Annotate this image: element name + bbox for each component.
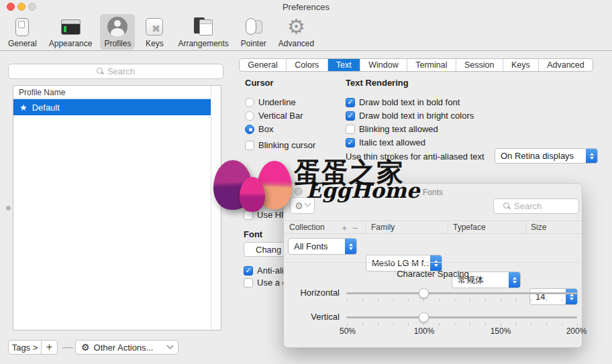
default-star-icon: ★ xyxy=(19,103,28,113)
keys-command-icon: ⌘ xyxy=(143,16,166,38)
toolbar-item-keys[interactable]: ⌘ Keys xyxy=(139,14,170,50)
column-divider xyxy=(448,223,448,233)
fonts-panel-close-button[interactable] xyxy=(294,187,303,196)
profile-list-scrollbar[interactable] xyxy=(211,86,221,330)
toolbar-label: Keys xyxy=(146,39,164,48)
radio-label: Box xyxy=(258,124,273,134)
font-heading: Font xyxy=(244,229,262,239)
checkbox-checked-icon xyxy=(346,111,355,121)
fonts-search-placeholder: Search xyxy=(514,201,542,211)
search-icon xyxy=(97,68,104,75)
toolbar-label: Profiles xyxy=(104,39,131,48)
size-column-header: Size xyxy=(531,223,546,232)
size-select[interactable]: 14 xyxy=(529,288,578,305)
checkbox-blinking-text[interactable]: Blinking text allowed xyxy=(346,124,438,134)
toolbar-item-pointer[interactable]: Pointer xyxy=(237,14,270,50)
fonts-search-input[interactable]: Search xyxy=(493,198,579,214)
collection-column-header: Collection xyxy=(289,223,325,232)
toolbar-item-profiles[interactable]: Profiles xyxy=(100,14,135,50)
pane-splitter-dot[interactable] xyxy=(6,206,11,210)
fonts-actions-dropdown[interactable]: ⚙ xyxy=(290,197,315,214)
tab-general[interactable]: General xyxy=(240,59,287,71)
toolbar-item-appearance[interactable]: Appearance xyxy=(45,14,97,50)
checkbox-italic-text[interactable]: Italic text allowed xyxy=(346,137,425,147)
toolbar-label: General xyxy=(8,39,37,48)
toolbar-item-general[interactable]: General xyxy=(4,14,41,50)
horizontal-slider-thumb[interactable] xyxy=(419,288,429,298)
checkbox-label: Treat a xyxy=(257,195,285,205)
scale-label-200: 200% xyxy=(566,326,587,336)
cursor-heading: Cursor xyxy=(245,78,274,88)
titlebar: Preferences xyxy=(0,0,612,13)
tab-colors[interactable]: Colors xyxy=(287,59,328,71)
profile-list: Profile Name ★ Default xyxy=(13,85,221,330)
tags-button[interactable]: Tags > xyxy=(8,340,42,355)
other-actions-dropdown[interactable]: ⚙ Other Actions... xyxy=(75,340,178,355)
vertical-slider[interactable] xyxy=(346,316,577,318)
tab-window[interactable]: Window xyxy=(360,59,407,71)
checkbox-label: Anti-ali xyxy=(257,265,284,276)
add-profile-button[interactable]: + xyxy=(41,340,58,355)
toolbar-separator xyxy=(0,50,612,51)
thin-strokes-label: Use thin strokes for anti-aliased text xyxy=(346,151,484,162)
radio-label: Vertical Bar xyxy=(258,111,303,121)
search-icon xyxy=(503,202,511,210)
toolbar-item-advanced[interactable]: ⚙ Advanced xyxy=(274,14,318,50)
chevron-down-icon xyxy=(167,342,174,349)
radio-underline[interactable]: Underline xyxy=(245,97,296,107)
text-rendering-heading: Text Rendering xyxy=(346,78,409,88)
tab-text[interactable]: Text xyxy=(328,59,360,71)
profile-row-default[interactable]: ★ Default xyxy=(13,99,211,115)
fonts-column-headers: Collection + − Family Typeface Size xyxy=(284,221,582,234)
profiles-search-input[interactable]: Search xyxy=(8,64,223,79)
profile-settings-tabs: General Colors Text Window Terminal Sess… xyxy=(239,58,593,72)
toolbar-item-arrangements[interactable]: Arrangements xyxy=(174,14,232,50)
radio-box[interactable]: Box xyxy=(245,124,273,134)
checkbox-label: Draw bold text in bright colors xyxy=(359,111,474,121)
thin-strokes-select[interactable]: On Retina displays xyxy=(495,148,598,164)
tab-terminal[interactable]: Terminal xyxy=(407,59,456,71)
checkbox-use-hfs[interactable]: Use HF xyxy=(244,210,287,220)
horizontal-slider-label: Horizontal xyxy=(284,288,340,298)
horizontal-slider[interactable] xyxy=(346,292,577,294)
checkbox-use-different-font[interactable]: Use a c xyxy=(244,278,287,288)
profiles-person-icon xyxy=(106,16,129,38)
checkbox-treat-ambiguous[interactable]: Treat a xyxy=(244,195,285,205)
checkbox-antialiased[interactable]: Anti-ali xyxy=(244,265,284,276)
fonts-panel-title: Fonts xyxy=(284,188,582,197)
scale-label-50: 50% xyxy=(340,326,356,336)
checkbox-blinking-cursor[interactable]: Blinking cursor xyxy=(245,140,315,150)
stepper-icon xyxy=(586,149,597,163)
checkbox-bold-font[interactable]: Draw bold text in bold font xyxy=(346,97,460,107)
slider-tick-marks xyxy=(347,323,578,326)
tab-keys[interactable]: Keys xyxy=(503,59,539,71)
arrangements-windows-icon xyxy=(192,16,215,38)
radio-icon-selected xyxy=(245,125,254,134)
checkbox-checked-icon xyxy=(346,138,355,147)
vertical-slider-label: Vertical xyxy=(284,312,340,322)
family-value: Meslo LG M f... xyxy=(372,258,429,268)
profile-row-label: Default xyxy=(32,103,60,113)
family-column-header: Family xyxy=(371,223,395,232)
radio-vertical-bar[interactable]: Vertical Bar xyxy=(245,111,303,121)
tab-advanced[interactable]: Advanced xyxy=(539,59,593,71)
checkbox-bright-colors[interactable]: Draw bold text in bright colors xyxy=(346,111,474,121)
tab-session[interactable]: Session xyxy=(456,59,503,71)
collection-select[interactable]: All Fonts xyxy=(288,238,357,255)
checkbox-label: Blinking cursor xyxy=(258,140,315,150)
checkbox-icon xyxy=(346,125,355,134)
advanced-gear-icon: ⚙ xyxy=(285,16,308,38)
vertical-slider-thumb[interactable] xyxy=(419,312,429,322)
radio-label: Underline xyxy=(258,97,296,107)
remove-profile-button[interactable]: — xyxy=(60,340,75,355)
fonts-panel: Fonts ⚙ Search Collection + − Family Typ… xyxy=(283,183,582,348)
scale-label-150: 150% xyxy=(491,326,511,336)
checkbox-icon xyxy=(244,210,253,220)
column-divider xyxy=(365,223,366,233)
remove-collection-button[interactable]: − xyxy=(352,223,358,233)
add-collection-button[interactable]: + xyxy=(342,223,347,233)
spacing-separator xyxy=(284,262,582,263)
thin-strokes-value: On Retina displays xyxy=(501,151,574,161)
appearance-terminal-icon xyxy=(59,16,82,38)
stepper-icon xyxy=(345,239,356,254)
